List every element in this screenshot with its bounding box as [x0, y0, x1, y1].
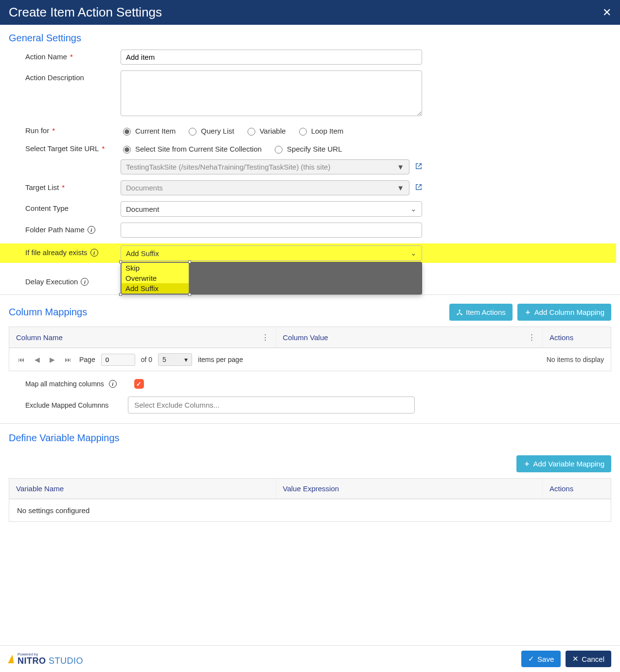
- content-type-select[interactable]: Document ⌄: [121, 201, 422, 217]
- label-file-exists: If file already exists i: [9, 245, 121, 257]
- kebab-icon[interactable]: ⋮: [528, 333, 535, 342]
- map-all-checkbox[interactable]: ✓: [134, 379, 144, 389]
- label-delay-exec: Delay Execution i: [9, 275, 121, 286]
- variable-mappings-grid: Variable Name Value Expression Actions N…: [9, 478, 611, 522]
- row-target-site-select: TestingTaskSite (/sites/NehaTraining/Tes…: [9, 159, 611, 174]
- section-general-title: General Settings: [9, 33, 611, 44]
- grid-header-row: Column Name ⋮ Column Value ⋮ Actions: [9, 327, 611, 348]
- label-exclude-mapped: Exclude Mapped Columnns: [25, 401, 108, 409]
- chevron-down-icon: ⌄: [410, 249, 417, 258]
- pager-prev-icon[interactable]: ◀: [33, 356, 42, 363]
- selection-handle: [188, 293, 191, 296]
- open-site-external-icon[interactable]: [415, 163, 422, 171]
- info-icon[interactable]: i: [109, 380, 117, 388]
- row-run-for: Run for* Current Item Query List Variabl…: [9, 123, 611, 136]
- required-marker: *: [70, 52, 73, 61]
- row-target-site-url-mode: Select Target Site URL* Select Site from…: [9, 141, 611, 154]
- row-target-list: Target List* Documents ▼: [9, 180, 611, 195]
- row-map-all: Map all matching columns i ✓: [25, 379, 611, 389]
- exclude-columns-select[interactable]: Select Exclude Columns...: [128, 396, 415, 414]
- modal-title: Create Item Action Settings: [9, 5, 162, 20]
- col-header-actions: Actions: [543, 327, 611, 347]
- add-variable-mapping-button[interactable]: ＋ Add Variable Mapping: [516, 455, 611, 472]
- column-mappings-header: Column Mappings Item Actions ＋ Add Colum…: [9, 304, 611, 321]
- pager-page-input[interactable]: [101, 354, 135, 366]
- close-icon[interactable]: ✕: [602, 6, 611, 19]
- divider: [0, 423, 620, 424]
- folder-path-input[interactable]: [121, 223, 422, 238]
- kebab-icon[interactable]: ⋮: [262, 333, 269, 342]
- action-name-input[interactable]: [121, 50, 422, 65]
- selection-handle: [119, 293, 122, 296]
- col-header-name[interactable]: Column Name ⋮: [9, 327, 276, 347]
- section-column-mappings-title: Column Mappings: [9, 307, 87, 318]
- action-desc-input[interactable]: [121, 70, 422, 116]
- radio-current-item[interactable]: Current Item: [121, 126, 176, 136]
- pager-last-icon[interactable]: ⏭: [63, 356, 73, 363]
- row-action-name: Action Name*: [9, 50, 611, 65]
- label-target-site-url: Select Target Site URL*: [9, 141, 121, 153]
- label-action-desc: Action Description: [9, 70, 121, 82]
- file-exists-option-add-suffix[interactable]: Add Suffix: [122, 283, 189, 293]
- plus-icon: ＋: [524, 308, 531, 317]
- label-run-for: Run for*: [9, 123, 121, 135]
- info-icon[interactable]: i: [81, 278, 89, 286]
- col-header-value[interactable]: Column Value ⋮: [276, 327, 543, 347]
- pager-of-label: of 0: [141, 356, 152, 363]
- label-map-all: Map all matching columns: [25, 380, 104, 388]
- info-icon[interactable]: i: [90, 249, 98, 257]
- info-icon[interactable]: i: [88, 226, 95, 234]
- file-exists-select[interactable]: Add Suffix ⌄: [121, 245, 422, 261]
- label-folder-path: Folder Path Name i: [9, 223, 121, 234]
- var-header-expr[interactable]: Value Expression: [276, 479, 543, 499]
- pager-page-label: Page: [79, 356, 95, 363]
- row-action-desc: Action Description: [9, 70, 611, 118]
- plus-icon: ＋: [523, 459, 531, 468]
- pager-first-icon[interactable]: ⏮: [16, 356, 27, 363]
- selection-handle: [119, 260, 122, 263]
- var-header-actions: Actions: [543, 479, 611, 499]
- file-exists-dropdown: Skip Overwrite Add Suffix: [121, 262, 422, 294]
- svg-point-0: [459, 310, 461, 311]
- open-list-external-icon[interactable]: [415, 184, 422, 192]
- grid-header-row: Variable Name Value Expression Actions: [9, 479, 611, 499]
- modal-header: Create Item Action Settings ✕: [0, 0, 620, 25]
- modal-content: General Settings Action Name* Action Des…: [0, 25, 620, 556]
- pager-size-select[interactable]: 5 ▾: [158, 353, 192, 366]
- row-exclude-mapped: Exclude Mapped Columnns Select Exclude C…: [25, 396, 611, 414]
- radio-select-from-collection[interactable]: Select Site from Current Site Collection: [121, 144, 262, 154]
- radio-variable[interactable]: Variable: [245, 126, 286, 136]
- chevron-down-icon: ▼: [397, 184, 404, 192]
- row-folder-path: Folder Path Name i: [9, 223, 611, 238]
- pager-items-label: items per page: [198, 356, 243, 363]
- radio-query-list[interactable]: Query List: [186, 126, 234, 136]
- row-content-type: Content Type Document ⌄: [9, 201, 611, 217]
- radio-specify-site-url[interactable]: Specify Site URL: [272, 144, 342, 154]
- label-content-type: Content Type: [9, 201, 121, 212]
- row-file-exists: If file already exists i Add Suffix ⌄ Sk…: [0, 243, 616, 263]
- chevron-down-icon: ▼: [397, 163, 404, 171]
- divider: [0, 294, 620, 295]
- file-exists-option-overwrite[interactable]: Overwrite: [122, 273, 189, 283]
- file-exists-option-skip[interactable]: Skip: [122, 263, 189, 273]
- chevron-down-icon: ⌄: [410, 205, 417, 213]
- column-mappings-grid: Column Name ⋮ Column Value ⋮ Actions ⏮ ◀…: [9, 327, 611, 371]
- label-action-name: Action Name*: [9, 50, 121, 61]
- chevron-down-icon: ▾: [184, 356, 188, 363]
- target-site-select[interactable]: TestingTaskSite (/sites/NehaTraining/Tes…: [121, 159, 409, 174]
- variable-mappings-empty: No settings configured: [9, 499, 611, 521]
- var-header-name[interactable]: Variable Name: [9, 479, 276, 499]
- section-variable-mappings-title: Define Variable Mappings: [9, 432, 611, 444]
- add-column-mapping-button[interactable]: ＋ Add Column Mapping: [517, 304, 611, 321]
- pager-no-items: No items to display: [547, 356, 604, 363]
- grid-pager: ⏮ ◀ ▶ ⏭ Page of 0 5 ▾ items per page No …: [9, 348, 611, 371]
- selection-handle: [188, 260, 191, 263]
- radio-loop-item[interactable]: Loop Item: [297, 126, 344, 136]
- target-list-select[interactable]: Documents ▼: [121, 180, 409, 195]
- item-actions-button[interactable]: Item Actions: [449, 304, 513, 321]
- pager-next-icon[interactable]: ▶: [48, 356, 57, 363]
- label-target-list: Target List*: [9, 180, 121, 191]
